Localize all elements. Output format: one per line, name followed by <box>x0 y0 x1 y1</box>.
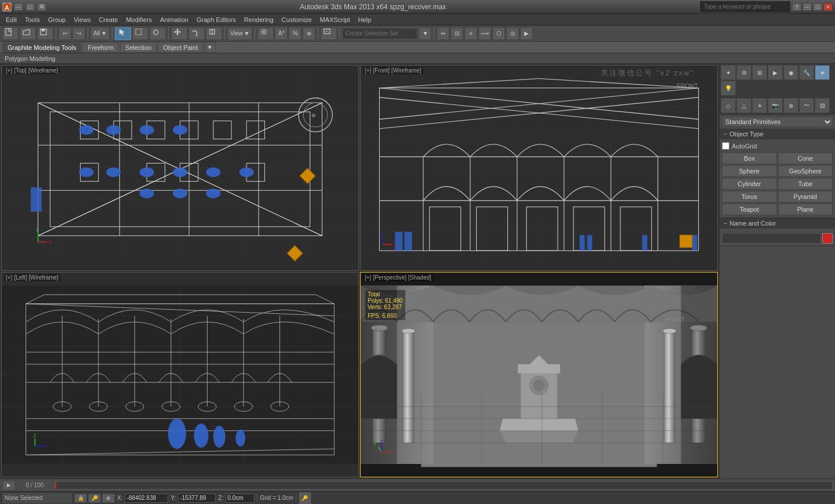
tools-tab[interactable]: ★ <box>815 65 830 80</box>
menu-group[interactable]: Group <box>45 15 70 24</box>
lasso-btn[interactable] <box>150 27 166 40</box>
render-frame-btn[interactable]: ▶ <box>520 27 533 40</box>
color-swatch[interactable] <box>822 233 833 244</box>
cameras-icon[interactable]: 📷 <box>768 98 783 113</box>
statusbar-cursor-icon[interactable]: ⊕ <box>102 494 115 503</box>
scale-btn[interactable] <box>206 27 222 40</box>
move-btn[interactable] <box>171 27 187 40</box>
menu-rendering[interactable]: Rendering <box>241 15 277 24</box>
titlebar-close-btn[interactable]: ✕ <box>823 3 833 11</box>
ribbon-tab-freeform[interactable]: Freeform <box>82 42 119 53</box>
select-btn[interactable] <box>115 27 131 40</box>
geosphere-btn[interactable]: GeoSphere <box>778 165 833 177</box>
name-color-header[interactable]: − Name and Color <box>720 218 835 229</box>
cylinder-btn[interactable]: Cylinder <box>722 178 777 190</box>
utilities-tab[interactable]: 🔧 <box>799 65 814 80</box>
snap-btn[interactable] <box>257 27 274 40</box>
systems-icon[interactable]: ⚄ <box>815 98 830 113</box>
x-coord-input[interactable] <box>125 494 168 503</box>
pyramid-btn[interactable]: Pyramid <box>778 191 833 202</box>
create-tab[interactable]: ✦ <box>721 65 736 80</box>
undo-btn[interactable]: ↩ <box>59 27 71 40</box>
geo-icon[interactable]: ◇ <box>721 98 736 113</box>
autogrid-checkbox[interactable] <box>722 142 729 150</box>
torus-btn[interactable]: Torus <box>722 191 777 202</box>
viewport-front[interactable]: [+] [Front] [Wireframe] 关注微信公号 "v2 zxw" <box>360 65 718 271</box>
help-icon[interactable]: ? <box>792 3 801 11</box>
schematic-btn[interactable]: ⬡ <box>492 27 505 40</box>
box-btn[interactable]: Box <box>722 153 777 164</box>
statusbar-key-icon[interactable]: 🔑 <box>88 494 101 503</box>
curve-editor-btn[interactable]: ⟿ <box>478 27 491 40</box>
timeline-track[interactable] <box>55 481 833 490</box>
layers-btn[interactable]: ≡ <box>464 27 477 40</box>
object-type-header[interactable]: − Object Type <box>720 129 835 139</box>
viewport-left[interactable]: [+] [Left] [Wireframe] <box>1 272 359 478</box>
y-coord-input[interactable] <box>178 494 216 503</box>
menu-help[interactable]: Help <box>355 15 375 24</box>
menu-edit[interactable]: Edit <box>2 15 20 24</box>
redo-btn[interactable]: ↪ <box>72 27 85 40</box>
timeline-expand-btn[interactable]: ▶ <box>2 481 15 490</box>
percent-snap-btn[interactable]: % <box>289 27 302 40</box>
viewport-perspective[interactable]: [+] [Perspective] [Shaded] Total Polys: … <box>360 272 718 478</box>
cone-btn[interactable]: Cone <box>778 153 833 164</box>
lights-tab[interactable]: 💡 <box>721 81 736 96</box>
create-selection-input[interactable] <box>342 28 418 39</box>
titlebar-min-btn[interactable]: ─ <box>803 3 812 11</box>
ribbon-tab-object-paint[interactable]: Object Paint <box>158 42 203 53</box>
plane-btn[interactable]: Plane <box>778 204 833 215</box>
object-name-input[interactable] <box>722 233 821 244</box>
new-file-btn[interactable] <box>2 27 19 40</box>
key-icon[interactable]: 🔑 <box>299 492 311 505</box>
angle-snap-btn[interactable]: A° <box>275 27 288 40</box>
tube-btn[interactable]: Tube <box>778 178 833 190</box>
display-tab[interactable]: ◉ <box>783 65 798 80</box>
titlebar-max-btn[interactable]: □ <box>813 3 822 11</box>
helpers-icon[interactable]: ⊕ <box>783 98 798 113</box>
viewport-top[interactable]: [+] [Top] [Wireframe] <box>1 65 359 271</box>
lights2-icon[interactable]: ☀ <box>752 98 767 113</box>
ribbon-tab-selection[interactable]: Selection <box>120 42 157 53</box>
svg-point-16 <box>263 31 265 32</box>
menu-customize[interactable]: Customize <box>278 15 315 24</box>
material-btn[interactable]: ◎ <box>506 27 519 40</box>
selection-dropdown-btn[interactable]: ▼ <box>419 27 431 40</box>
modify-tab[interactable]: ⚙ <box>736 65 752 80</box>
spacewarps-icon[interactable]: 〜 <box>799 98 814 113</box>
menu-graph-editors[interactable]: Graph Editors <box>193 15 239 24</box>
teapot-btn[interactable]: Teapot <box>722 204 777 215</box>
align-btn[interactable]: ⊟ <box>451 27 463 40</box>
view-dropdown[interactable]: View ▼ <box>227 27 252 40</box>
menu-create[interactable]: Create <box>95 15 121 24</box>
open-file-btn[interactable] <box>20 27 36 40</box>
filter-dropdown[interactable]: All ▼ <box>90 27 110 40</box>
sphere-btn[interactable]: Sphere <box>722 165 777 177</box>
separator6 <box>255 28 255 39</box>
motion-tab[interactable]: ▶ <box>768 65 783 80</box>
minimize-icon[interactable]: ─ <box>14 3 23 11</box>
z-coord-input[interactable] <box>226 494 255 503</box>
render-setup-btn[interactable] <box>321 27 337 40</box>
hierarchy-tab[interactable]: ⊞ <box>752 65 767 80</box>
primitives-dropdown-wrapper: Standard Primitives Extended Primitives … <box>720 115 835 129</box>
save-file-btn[interactable] <box>37 27 53 40</box>
svg-text:⊕: ⊕ <box>311 113 316 118</box>
mirror-btn[interactable]: ⇔ <box>437 27 449 40</box>
menu-animation[interactable]: Animation <box>157 15 192 24</box>
menu-maxscript[interactable]: MAXScript <box>317 15 354 24</box>
maximize-icon[interactable]: □ <box>26 3 35 11</box>
ribbon-tab-graphite[interactable]: Graphite Modeling Tools <box>2 42 81 53</box>
select-region-btn[interactable] <box>132 27 148 40</box>
shapes-icon[interactable]: △ <box>736 98 752 113</box>
ribbon-more-dropdown[interactable]: ▾ <box>204 42 216 53</box>
menu-views[interactable]: Views <box>70 15 94 24</box>
restore-icon[interactable]: ⧉ <box>37 3 46 11</box>
menu-tools[interactable]: Tools <box>21 15 43 24</box>
statusbar-lock-icon[interactable]: 🔒 <box>74 494 87 503</box>
primitives-dropdown[interactable]: Standard Primitives Extended Primitives … <box>722 117 833 127</box>
menu-modifiers[interactable]: Modifiers <box>122 15 155 24</box>
spinner-snap-btn[interactable]: ⊕ <box>303 27 315 40</box>
search-input[interactable] <box>702 1 789 13</box>
rotate-btn[interactable] <box>188 27 205 40</box>
